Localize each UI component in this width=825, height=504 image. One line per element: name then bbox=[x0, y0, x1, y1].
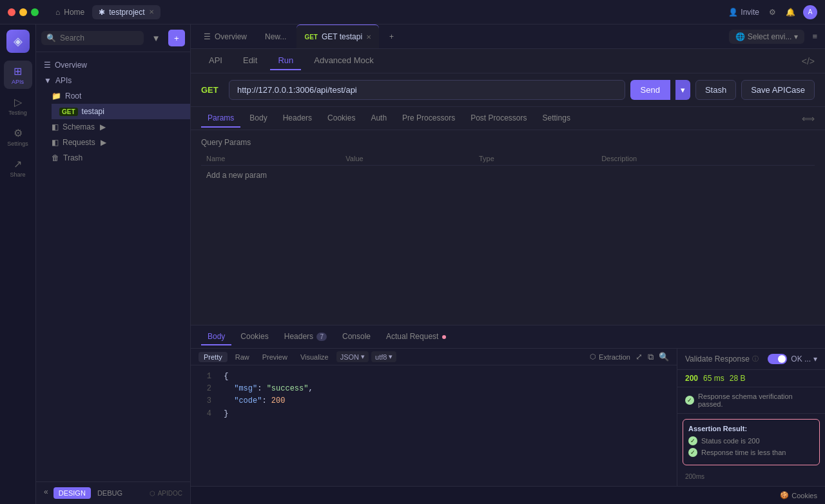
add-tab-button[interactable]: + bbox=[382, 24, 402, 48]
schemas-label: Schemas bbox=[63, 122, 95, 131]
encoding-selector[interactable]: utf8 ▾ bbox=[371, 351, 396, 362]
extraction-button[interactable]: ⬡ Extraction bbox=[590, 353, 630, 361]
ok-dropdown[interactable]: OK ... ▾ bbox=[791, 354, 817, 363]
requests-item[interactable]: ◧ Requests ▶ bbox=[44, 135, 190, 150]
code-line-2: 2 "msg": "success", bbox=[199, 383, 669, 395]
minimize-button[interactable] bbox=[19, 8, 27, 16]
add-param-label[interactable]: Add a new param bbox=[201, 166, 815, 186]
overview-item[interactable]: ☰ Overview bbox=[36, 57, 190, 73]
save-apicase-button[interactable]: Save APICase bbox=[741, 80, 815, 100]
apidoc-logo: ⬡ APIDOC bbox=[150, 490, 182, 497]
send-button[interactable]: Send bbox=[630, 80, 670, 100]
close-icon[interactable]: ✕ bbox=[149, 8, 154, 15]
testproject-tab[interactable]: ✱ testproject ✕ bbox=[92, 5, 160, 19]
overview-top-tab[interactable]: ☰ Overview bbox=[196, 24, 255, 48]
sidebar-item-testing[interactable]: ▷ Testing bbox=[4, 92, 32, 120]
headers-tab[interactable]: Headers bbox=[277, 110, 318, 128]
add-button[interactable]: + bbox=[168, 30, 185, 46]
new-top-tab[interactable]: New... bbox=[257, 24, 294, 48]
testing-label: Testing bbox=[8, 110, 27, 116]
get-badge: GET bbox=[59, 108, 78, 116]
response-console-tab[interactable]: Console bbox=[336, 329, 377, 345]
sidebar-item-share[interactable]: ↗ Share bbox=[4, 153, 32, 182]
testapi-label: testapi bbox=[82, 107, 104, 116]
design-tab[interactable]: DESIGN bbox=[53, 487, 91, 499]
pretty-button[interactable]: Pretty bbox=[199, 352, 228, 362]
edit-tab[interactable]: Edit bbox=[235, 52, 265, 70]
response-area: Body Cookies Headers 7 Console Actual Re… bbox=[191, 325, 825, 486]
overview-top-label: Overview bbox=[215, 32, 247, 41]
sidebar-item-settings[interactable]: ⚙ Settings bbox=[4, 122, 32, 151]
testproject-tab-label: testproject bbox=[109, 8, 144, 17]
env-selector[interactable]: 🌐 Select envi... ▾ bbox=[729, 30, 805, 44]
titlebar-right: 👤 Invite ⚙ 🔔 A bbox=[728, 5, 817, 19]
avatar-icon[interactable]: A bbox=[803, 5, 817, 19]
json-label: JSON bbox=[340, 353, 359, 361]
assertion-check-icon-2: ✓ bbox=[688, 448, 697, 457]
response-headers-tab[interactable]: Headers 7 bbox=[278, 329, 333, 345]
home-tab[interactable]: ⌂ Home bbox=[49, 5, 91, 19]
post-processors-tab[interactable]: Post Processors bbox=[464, 110, 533, 128]
expand-icon[interactable]: ⤢ bbox=[636, 352, 643, 362]
params-tab[interactable]: Params bbox=[201, 110, 240, 128]
schemas-item[interactable]: ◧ Schemas ▶ bbox=[44, 119, 190, 135]
advanced-mock-tab[interactable]: Advanced Mock bbox=[306, 52, 382, 70]
code-icon[interactable]: </> bbox=[802, 56, 815, 66]
more-button[interactable]: ≡ bbox=[810, 29, 820, 44]
actual-request-tab[interactable]: Actual Request bbox=[380, 329, 452, 345]
trash-icon: 🗑 bbox=[52, 153, 59, 162]
schema-check: ✓ Response schema verification passed. bbox=[677, 387, 825, 414]
cookies-button[interactable]: 🍪 Cookies bbox=[780, 491, 817, 499]
assertion-label-2: Response time is less than bbox=[701, 449, 786, 456]
preview-button[interactable]: Preview bbox=[257, 352, 293, 362]
overview-tab-icon: ☰ bbox=[204, 32, 211, 41]
stash-button[interactable]: Stash bbox=[695, 80, 736, 100]
settings-icon-nav: ⚙ bbox=[14, 127, 23, 139]
close-button[interactable] bbox=[8, 8, 15, 16]
search-code-icon[interactable]: 🔍 bbox=[659, 352, 669, 362]
response-body-tab[interactable]: Body bbox=[201, 329, 231, 345]
auth-tab[interactable]: Auth bbox=[364, 110, 393, 128]
get-testapi-item[interactable]: GET testapi bbox=[52, 104, 190, 119]
invite-button[interactable]: 👤 Invite bbox=[728, 8, 759, 17]
debug-tab[interactable]: DEBUG bbox=[92, 487, 128, 499]
chevron-down-icon: ▾ bbox=[389, 353, 393, 361]
root-item[interactable]: 📁 Root bbox=[44, 88, 190, 104]
add-param-row[interactable]: Add a new param bbox=[201, 166, 815, 186]
settings-tab[interactable]: Settings bbox=[536, 110, 577, 128]
query-params-title: Query Params bbox=[201, 138, 815, 147]
description-col-header: Description bbox=[596, 152, 815, 166]
get-testapi-top-tab[interactable]: GET GET testapi ✕ bbox=[296, 24, 379, 48]
apis-item[interactable]: ▼ APIs bbox=[36, 73, 190, 88]
bell-icon[interactable]: 🔔 bbox=[785, 7, 795, 17]
settings-icon[interactable]: ⚙ bbox=[767, 7, 777, 17]
body-tab[interactable]: Body bbox=[243, 110, 273, 128]
top-tab-close-icon[interactable]: ✕ bbox=[366, 34, 371, 41]
globe-icon: 🌐 bbox=[735, 32, 745, 41]
cookies-tab[interactable]: Cookies bbox=[321, 110, 362, 128]
search-input[interactable] bbox=[60, 34, 139, 43]
sidebar-icons: ◈ ⊞ APIs ▷ Testing ⚙ Settings ↗ Share bbox=[0, 24, 36, 504]
sidebar-item-apis[interactable]: ⊞ APIs bbox=[4, 61, 32, 89]
response-cookies-tab[interactable]: Cookies bbox=[234, 329, 275, 345]
search-icon: 🔍 bbox=[46, 34, 56, 43]
json-format-selector[interactable]: JSON ▾ bbox=[336, 351, 369, 362]
visualize-button[interactable]: Visualize bbox=[295, 352, 334, 362]
api-tab[interactable]: API bbox=[201, 52, 230, 70]
validate-header: Validate Response ⓘ OK ... ▾ bbox=[677, 349, 825, 370]
pre-processors-tab[interactable]: Pre Processors bbox=[396, 110, 461, 128]
run-tab[interactable]: Run bbox=[270, 52, 301, 70]
collapse-icon[interactable]: « bbox=[44, 487, 48, 499]
maximize-button[interactable] bbox=[31, 8, 39, 16]
raw-button[interactable]: Raw bbox=[230, 352, 255, 362]
view-icon[interactable]: ⟺ bbox=[802, 113, 815, 124]
url-input[interactable] bbox=[229, 80, 625, 100]
copy-icon[interactable]: ⧉ bbox=[648, 352, 654, 362]
filter-button[interactable]: ▼ bbox=[148, 30, 164, 46]
send-dropdown-button[interactable]: ▾ bbox=[675, 80, 690, 100]
main-layout: ◈ ⊞ APIs ▷ Testing ⚙ Settings ↗ Share 🔍 … bbox=[0, 24, 825, 504]
trash-item[interactable]: 🗑 Trash bbox=[44, 150, 190, 166]
toggle-switch[interactable] bbox=[768, 354, 787, 364]
code-content: 1 { 2 "msg": "success", 3 "code": 200 bbox=[191, 365, 677, 486]
code-line-3: 3 "code": 200 bbox=[199, 395, 669, 407]
